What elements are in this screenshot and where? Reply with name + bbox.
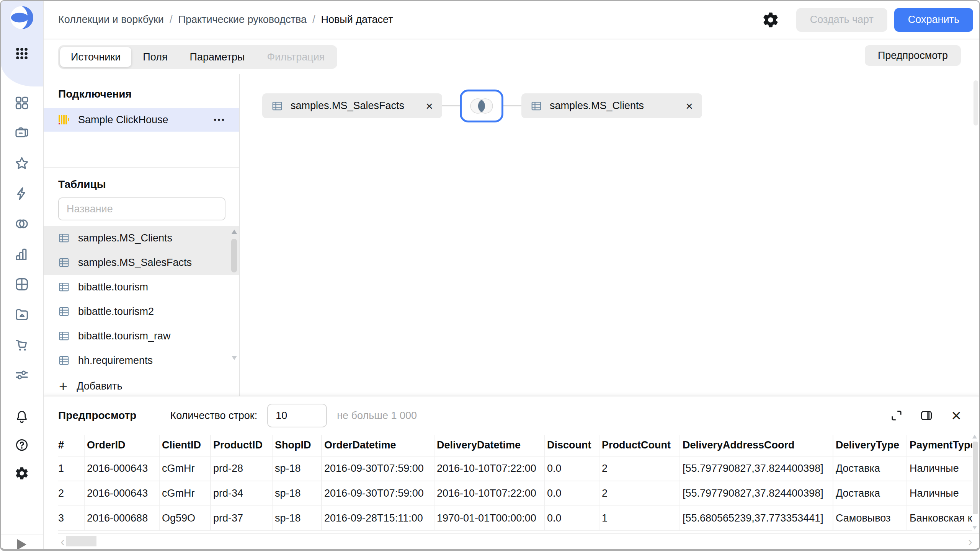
join-canvas: samples.MS_SalesFacts × samples.MS_Clien… — [240, 74, 979, 396]
table-item-tourism2[interactable]: bibattle.tourism2 — [44, 299, 239, 324]
dashboard-squares-icon[interactable] — [14, 95, 29, 111]
scrollbar-thumb[interactable] — [231, 239, 237, 272]
scrollbar-thumb[interactable] — [66, 536, 96, 546]
notifications-bell-icon[interactable] — [15, 409, 29, 424]
cell: 0.0 — [544, 506, 599, 531]
cell: 2 — [58, 481, 84, 506]
table-icon — [58, 355, 70, 366]
content-area: Подключения Sample ClickHouse ••• Таблиц… — [44, 74, 979, 396]
breadcrumb-workbook[interactable]: Практические руководства — [178, 14, 306, 25]
save-button[interactable]: Сохранить — [894, 8, 973, 32]
preview-horizontal-scrollbar: ‹ › — [58, 533, 979, 547]
play-icon — [17, 539, 26, 550]
cell: 2016-09-30T07:59:00 — [322, 456, 434, 481]
preview-title: Предпросмотр — [58, 409, 136, 422]
breadcrumb-current: Новый датасет — [321, 14, 393, 25]
scroll-down-icon[interactable] — [232, 356, 237, 360]
breadcrumb-collections[interactable]: Коллекции и воркбуки — [58, 14, 164, 25]
dataset-settings-gear-icon[interactable] — [762, 11, 779, 29]
remove-source-icon[interactable]: × — [686, 100, 693, 112]
inner-join-venn-icon — [468, 95, 495, 117]
tables-list: samples.MS_Clients samples.MS_SalesFacts… — [44, 226, 239, 373]
cell: cGmHr — [159, 456, 211, 481]
canvas-scrollbar-thumb[interactable] — [973, 80, 978, 126]
table-item-ms-salesfacts[interactable]: samples.MS_SalesFacts — [44, 250, 239, 275]
cell: 2016-09-28T15:11:00 — [322, 506, 434, 531]
col-header: DeliveryDatetime — [434, 435, 544, 456]
table-item-tourism-raw[interactable]: bibattle.tourism_raw — [44, 324, 239, 348]
add-table-label: Добавить — [77, 380, 122, 392]
row-count-input[interactable] — [267, 404, 327, 427]
table-search-input[interactable] — [58, 197, 225, 220]
tab-sources[interactable]: Источники — [60, 47, 131, 67]
tab-filtering[interactable]: Фильтрация — [256, 47, 336, 67]
datasets-venn-icon[interactable] — [14, 216, 29, 231]
topbar: Коллекции и воркбуки/Практические руково… — [44, 1, 979, 39]
cell: Og59O — [159, 506, 211, 531]
col-header: DeliveryType — [833, 435, 907, 456]
favorites-star-icon[interactable] — [14, 156, 29, 171]
preview-vertical-scrollbar-thumb[interactable] — [973, 442, 978, 514]
cell: Доставка — [833, 456, 907, 481]
table-icon — [58, 257, 70, 268]
settings-gear-icon[interactable] — [15, 466, 29, 481]
add-table-button[interactable]: + Добавить — [44, 379, 239, 393]
table-item-tourism[interactable]: bibattle.tourism — [44, 275, 239, 299]
toggle-preview-button[interactable]: Предпросмотр — [865, 45, 961, 66]
services-sliders-icon[interactable] — [14, 367, 29, 383]
table-item-ms-clients[interactable]: samples.MS_Clients — [44, 226, 239, 250]
connections-title: Подключения — [58, 88, 239, 100]
close-preview-icon[interactable]: × — [949, 409, 963, 422]
cell: prd-37 — [211, 506, 272, 531]
preview-header: Предпросмотр Количество строк: не больше… — [44, 396, 979, 435]
help-question-icon[interactable] — [15, 438, 29, 452]
split-panel-icon[interactable] — [920, 409, 933, 422]
cell: sp-18 — [272, 456, 322, 481]
dashboards-table-icon[interactable] — [14, 277, 29, 292]
cell: prd-28 — [211, 456, 272, 481]
cell: [55.797790827,37.824400398] — [680, 481, 833, 506]
connections-lightning-icon[interactable] — [14, 186, 29, 201]
charts-bars-icon[interactable] — [14, 246, 29, 262]
cell: [55.797790827,37.824400398] — [680, 456, 833, 481]
preview-header-row: # OrderID ClientID ProductID ShopID Orde… — [58, 435, 972, 456]
preview-panel: Предпросмотр Количество строк: не больше… — [44, 396, 979, 549]
tabs-row: Источники Поля Параметры Фильтрация Пред… — [44, 40, 979, 74]
table-icon — [58, 306, 70, 317]
connection-item-sample-clickhouse[interactable]: Sample ClickHouse ••• — [44, 108, 239, 132]
table-icon — [531, 100, 542, 112]
source-node-clients[interactable]: samples.MS_Clients × — [521, 93, 702, 118]
table-item-hh-requirements[interactable]: hh.requirements — [44, 348, 239, 373]
join-type-button[interactable] — [460, 90, 503, 122]
col-header: PaymentType — [907, 435, 972, 456]
marketplace-cart-icon[interactable] — [14, 337, 29, 352]
scroll-up-icon[interactable] — [972, 435, 977, 439]
tab-parameters[interactable]: Параметры — [179, 47, 256, 67]
breadcrumb: Коллекции и воркбуки/Практические руково… — [58, 14, 393, 26]
source-node-salesfacts[interactable]: samples.MS_SalesFacts × — [262, 93, 442, 118]
scroll-down-icon[interactable] — [972, 526, 977, 530]
scroll-up-icon[interactable] — [232, 230, 237, 234]
expand-preview-icon[interactable] — [890, 409, 903, 422]
sidebar — [1, 1, 44, 549]
gallery-folder-image-icon[interactable] — [14, 307, 29, 322]
breadcrumb-separator: / — [312, 14, 315, 25]
apps-grid-icon[interactable] — [1, 46, 43, 61]
cell: 0.0 — [544, 456, 599, 481]
cell: sp-18 — [272, 481, 322, 506]
tab-fields[interactable]: Поля — [132, 47, 178, 67]
cell: 2016-10-10T07:22:00 — [434, 456, 544, 481]
sidebar-bottom-nav — [1, 409, 43, 481]
plus-icon: + — [59, 379, 67, 393]
sidebar-expand-button[interactable] — [1, 538, 43, 551]
tables-title: Таблицы — [58, 178, 239, 191]
collections-folders-icon[interactable] — [14, 126, 29, 141]
table-row: 3 2016-000688 Og59O prd-37 sp-18 2016-09… — [58, 506, 972, 531]
cell: prd-34 — [211, 481, 272, 506]
create-chart-button[interactable]: Создать чарт — [796, 8, 887, 32]
table-icon — [58, 281, 70, 293]
connection-menu-ellipsis-icon[interactable]: ••• — [214, 115, 225, 124]
remove-source-icon[interactable]: × — [426, 100, 433, 112]
datalens-logo[interactable] — [10, 6, 34, 29]
scroll-right-icon[interactable]: › — [966, 536, 975, 546]
